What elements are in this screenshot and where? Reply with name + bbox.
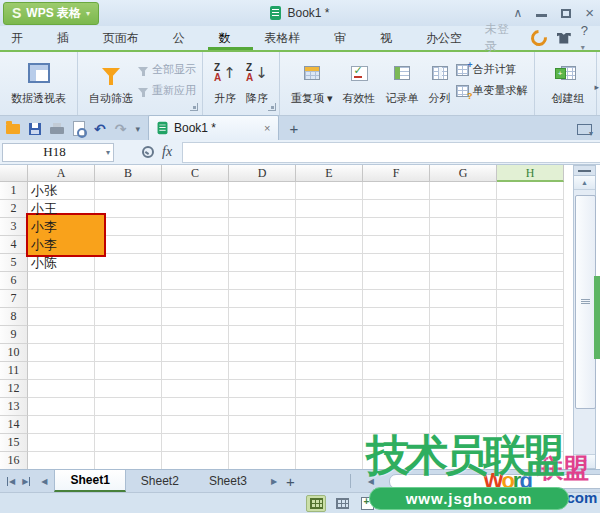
wps-cloud-icon[interactable] [528,27,551,50]
cell-A8[interactable] [28,308,95,326]
cell-E9[interactable] [296,326,363,344]
menu-tab-表格样式[interactable]: 表格样式 [253,26,323,50]
save-icon[interactable] [29,123,41,135]
insert-function-button[interactable]: fx [162,144,172,160]
cell-B10[interactable] [95,344,162,362]
cell-C2[interactable] [162,200,229,218]
cell-C1[interactable] [162,182,229,200]
ribbon-scroll-right-icon[interactable]: ▸ [594,82,599,92]
cell-C7[interactable] [162,290,229,308]
record-form-button[interactable]: 记录单 [381,56,424,108]
cell-D15[interactable] [229,434,296,452]
cell-A7[interactable] [28,290,95,308]
menu-tab-办公空间[interactable]: 办公空间 [415,26,485,50]
cell-H5[interactable] [497,254,564,272]
vertical-scrollbar[interactable]: ▲ ▼ [573,165,596,469]
menu-tab-数据[interactable]: 数据 [208,26,254,50]
cell-A14[interactable] [28,416,95,434]
sheet-tab-Sheet3[interactable]: Sheet3 [194,470,262,492]
cell-H11[interactable] [497,362,564,380]
menu-tab-开始[interactable]: 开始 [0,26,46,50]
last-sheet-icon[interactable]: ▶ [22,477,30,486]
sort-ascending-button[interactable]: ZA↑ 升序 [209,56,241,108]
row-header-12[interactable]: 12 [0,380,28,398]
cell-G10[interactable] [430,344,497,362]
menu-tab-页面布局[interactable]: 页面布局 [92,26,162,50]
cell-D16[interactable] [229,452,296,470]
cell-E10[interactable] [296,344,363,362]
column-header-G[interactable]: G [430,165,497,182]
formula-input[interactable] [182,142,600,163]
page-break-view-icon[interactable] [333,496,351,511]
cell-C9[interactable] [162,326,229,344]
cell-A1[interactable]: 小张 [28,182,95,200]
cell-H2[interactable] [497,200,564,218]
cell-G7[interactable] [430,290,497,308]
cell-B11[interactable] [95,362,162,380]
cell-D5[interactable] [229,254,296,272]
cell-D14[interactable] [229,416,296,434]
cell-F12[interactable] [363,380,430,398]
cell-C14[interactable] [162,416,229,434]
login-status[interactable]: 未登录 [485,21,521,55]
row-header-16[interactable]: 16 [0,452,28,470]
cell-G8[interactable] [430,308,497,326]
cell-E11[interactable] [296,362,363,380]
cell-A10[interactable] [28,344,95,362]
cell-B7[interactable] [95,290,162,308]
cell-C4[interactable] [162,236,229,254]
cell-C11[interactable] [162,362,229,380]
row-header-7[interactable]: 7 [0,290,28,308]
column-header-C[interactable]: C [162,165,229,182]
cell-C5[interactable] [162,254,229,272]
cell-G11[interactable] [430,362,497,380]
cell-E8[interactable] [296,308,363,326]
cell-G13[interactable] [430,398,497,416]
cell-B16[interactable] [95,452,162,470]
row-header-8[interactable]: 8 [0,308,28,326]
first-sheet-icon[interactable]: ◀ [7,477,15,486]
cell-F5[interactable] [363,254,430,272]
cell-H4[interactable] [497,236,564,254]
row-header-2[interactable]: 2 [0,200,28,218]
sheet-tab-Sheet2[interactable]: Sheet2 [126,470,194,492]
cell-D4[interactable] [229,236,296,254]
cell-B6[interactable] [95,272,162,290]
cell-D6[interactable] [229,272,296,290]
add-sheet-button[interactable]: + [286,473,295,490]
cell-E13[interactable] [296,398,363,416]
cell-G3[interactable] [430,218,497,236]
cell-F1[interactable] [363,182,430,200]
tab-list-icon[interactable] [577,124,592,135]
cell-H8[interactable] [497,308,564,326]
cell-D12[interactable] [229,380,296,398]
cell-H6[interactable] [497,272,564,290]
scroll-up-icon[interactable]: ▲ [574,176,595,190]
help-button[interactable]: ?▾ [581,23,592,53]
show-all-button[interactable]: 全部显示 [138,62,196,77]
row-header-9[interactable]: 9 [0,326,28,344]
select-all-corner[interactable] [0,165,28,182]
cell-A11[interactable] [28,362,95,380]
cell-D9[interactable] [229,326,296,344]
cell-B8[interactable] [95,308,162,326]
menu-tab-视图[interactable]: 视图 [369,26,415,50]
search-function-icon[interactable] [142,146,154,158]
row-header-1[interactable]: 1 [0,182,28,200]
minimize-button[interactable] [536,14,547,17]
next-sheet-icon[interactable]: ▶ [271,477,277,486]
cell-F2[interactable] [363,200,430,218]
cell-D7[interactable] [229,290,296,308]
row-header-10[interactable]: 10 [0,344,28,362]
reapply-button[interactable]: 重新应用 [138,83,196,98]
cell-H13[interactable] [497,398,564,416]
cell-D13[interactable] [229,398,296,416]
duplicates-button[interactable]: 重复项 ▾ [286,56,338,108]
close-button[interactable]: × [585,7,594,19]
column-header-B[interactable]: B [95,165,162,182]
cell-H1[interactable] [497,182,564,200]
open-file-icon[interactable] [6,124,20,134]
hide-ribbon-icon[interactable]: ∧ [513,7,522,19]
cell-B15[interactable] [95,434,162,452]
menu-tab-公式[interactable]: 公式 [162,26,208,50]
